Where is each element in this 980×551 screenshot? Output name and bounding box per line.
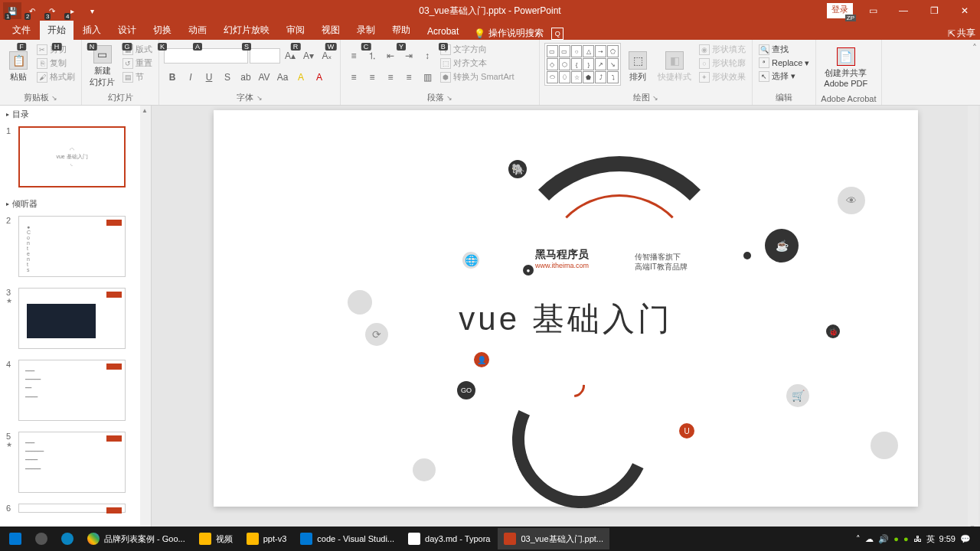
task-typora[interactable]: day3.md - Typora <box>402 528 496 549</box>
font-size-combo[interactable] <box>250 48 280 64</box>
underline-button[interactable]: U <box>201 69 217 86</box>
tab-view[interactable]: 视图W <box>314 21 348 40</box>
strike-button[interactable]: S <box>219 69 236 86</box>
select-button[interactable]: ↖选择 ▾ <box>757 70 811 83</box>
qat-start[interactable]: ▸4 <box>63 2 81 19</box>
tell-me-search[interactable]: 💡 操作说明搜索Q <box>474 27 564 40</box>
tray-onedrive-icon[interactable]: ☁ <box>865 534 874 544</box>
tray-network-icon[interactable]: 🖧 <box>913 534 922 543</box>
start-button[interactable] <box>3 528 28 549</box>
qat-redo[interactable]: ↷3 <box>43 2 61 19</box>
section-button[interactable]: ▤节 <box>121 70 154 83</box>
smartart-button[interactable]: ⬢转换为 SmartArt <box>439 70 515 83</box>
clipboard-launcher[interactable]: ↘ <box>51 94 57 102</box>
qat-save[interactable]: 💾1 <box>3 2 21 19</box>
task-chrome[interactable]: 品牌列表案例 - Goo... <box>81 528 191 549</box>
slide-thumb-5[interactable]: ━━━━━━━━━━━━━━━━━━ <box>18 432 126 493</box>
tab-home[interactable]: 开始H <box>40 21 74 40</box>
adobe-pdf-button[interactable]: 📄创建并共享 Adobe PDF <box>821 43 871 93</box>
bullets-button[interactable]: ≡ <box>345 47 362 64</box>
copy-button[interactable]: ⎘复制 <box>35 57 77 70</box>
columns-button[interactable]: ▥ <box>419 69 436 86</box>
slide-thumb-4[interactable]: ━━━━━━━━━━━━━━ <box>18 360 126 421</box>
tray-green2-icon[interactable]: ● <box>903 534 909 543</box>
task-powerpoint[interactable]: 03_vue基础入门.ppt... <box>498 528 609 549</box>
slide-thumb-2[interactable]: ●Contents <box>18 216 126 277</box>
shadow-button[interactable]: ab <box>237 69 254 86</box>
paragraph-launcher[interactable]: ↘ <box>446 94 452 102</box>
tab-help[interactable]: 帮助Y <box>384 21 418 40</box>
reset-button[interactable]: ↺重置 <box>121 57 154 70</box>
justify-button[interactable]: ≡ <box>400 69 417 86</box>
align-center-button[interactable]: ≡ <box>364 69 381 86</box>
close-icon[interactable]: ✕ <box>949 0 980 21</box>
font-family-combo[interactable] <box>164 48 248 64</box>
format-painter-button[interactable]: 🖌格式刷 <box>35 70 77 83</box>
replace-button[interactable]: ᵃReplace ▾ <box>757 57 811 69</box>
spacing-button[interactable]: AV <box>256 69 273 86</box>
cortana-icon <box>35 533 47 545</box>
slide-thumb-1[interactable]: ◜◝vue 基础入门◟ <box>18 126 126 187</box>
group-clipboard: 📋粘贴 ✂剪切 ⎘复制 🖌格式刷 剪贴板 ↘ <box>0 40 82 105</box>
ribbon-display-icon[interactable]: ▭ <box>858 0 888 21</box>
tab-slideshow[interactable]: 幻灯片放映S <box>216 21 277 40</box>
task-folder2[interactable]: ppt-v3 <box>240 528 293 549</box>
qat-more[interactable]: ▾ <box>83 2 101 19</box>
tab-design[interactable]: 设计G <box>110 21 144 40</box>
group-label-font: 字体 <box>237 93 253 102</box>
task-cortana[interactable] <box>29 528 54 549</box>
highlight-button[interactable]: A <box>292 69 309 86</box>
shape-fill-button[interactable]: ◉形状填充 <box>697 43 747 56</box>
copy-icon: ⎘ <box>37 58 47 69</box>
shape-outline-button[interactable]: ○形状轮廓 <box>697 57 747 70</box>
tray-green1-icon[interactable]: ● <box>893 534 899 543</box>
tab-acrobat[interactable]: AcrobatB <box>420 23 466 40</box>
tray-clock[interactable]: 9:59 <box>939 534 956 543</box>
login-button[interactable]: 登录ZP <box>827 3 853 18</box>
tab-animations[interactable]: 动画A <box>181 21 214 40</box>
tray-up-icon[interactable]: ˄ <box>856 534 861 544</box>
slide-thumb-3[interactable] <box>18 288 126 349</box>
align-left-button[interactable]: ≡ <box>345 69 362 86</box>
section-toc[interactable]: 目录 <box>0 106 151 123</box>
drawing-launcher[interactable]: ↘ <box>652 94 658 102</box>
shapes-gallery[interactable]: ▭▭○△➝⬠ ◇⬡{}↗↘ ⬭⬯☆⬟⤴⤵ <box>544 43 621 86</box>
slide-thumb-6[interactable] <box>18 504 126 513</box>
bold-button[interactable]: B <box>164 69 181 86</box>
minimize-icon[interactable]: — <box>888 0 919 21</box>
tray-ime[interactable]: 英 <box>926 533 935 545</box>
decrease-font-button[interactable]: A▾ <box>300 47 317 64</box>
align-right-button[interactable]: ≡ <box>382 69 399 86</box>
task-edge[interactable] <box>55 528 80 549</box>
slide-canvas[interactable]: 黑马程序员 www.itheima.com 传智播客旗下 高端IT教育品牌 vu… <box>214 110 918 507</box>
task-folder1[interactable]: 视频 <box>193 528 239 549</box>
tray-volume-icon[interactable]: 🔊 <box>878 534 889 544</box>
quick-styles-button[interactable]: ◧快捷样式 <box>655 43 694 90</box>
italic-button[interactable]: I <box>182 69 199 86</box>
tab-review[interactable]: 审阅R <box>279 21 312 40</box>
group-label-drawing: 绘图 <box>633 93 650 102</box>
tab-transitions[interactable]: 切换K <box>145 21 179 40</box>
font-launcher[interactable]: ↘ <box>256 94 263 102</box>
share-button[interactable]: ⇱ 共享 <box>948 27 975 40</box>
ribbon-tabs: 文件F 开始H 插入N 设计G 切换K 动画A 幻灯片放映S 审阅R 视图W 录… <box>0 21 980 40</box>
tab-insert[interactable]: 插入N <box>75 21 109 40</box>
maximize-icon[interactable]: ❐ <box>919 0 949 21</box>
panel-scrollbar[interactable] <box>140 106 151 533</box>
text-direction-button[interactable]: ↕文字方向 <box>439 43 515 56</box>
align-text-button[interactable]: ⬚对齐文本 <box>439 57 515 70</box>
task-vscode[interactable]: code - Visual Studi... <box>294 528 400 549</box>
tray-notifications-icon[interactable]: 💬 <box>960 534 971 544</box>
section-listener[interactable]: 倾听器 <box>0 195 151 213</box>
tab-record[interactable]: 录制C <box>349 21 383 40</box>
font-color-button[interactable]: A <box>311 69 328 86</box>
collapse-ribbon-icon[interactable]: ˄ <box>969 40 980 105</box>
arrange-button[interactable]: ⬚排列 <box>624 43 652 90</box>
case-button[interactable]: Aa <box>274 69 291 86</box>
canvas-scrollbar[interactable] <box>968 106 978 533</box>
qat-undo[interactable]: ↶2 <box>23 2 41 19</box>
shape-effects-button[interactable]: ✦形状效果 <box>697 70 747 83</box>
line-spacing-button[interactable]: ↕ <box>419 47 436 64</box>
tab-file[interactable]: 文件F <box>5 21 38 40</box>
find-button[interactable]: 🔍查找 <box>757 43 811 56</box>
